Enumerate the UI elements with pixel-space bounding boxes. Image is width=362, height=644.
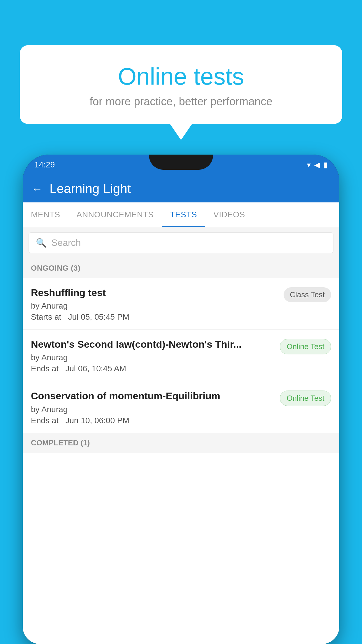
tab-ments[interactable]: MENTS xyxy=(23,202,68,227)
back-button[interactable]: ← xyxy=(31,183,43,194)
bubble-title: Online tests xyxy=(34,63,328,90)
app-title: Learning Light xyxy=(50,181,131,196)
test-item-2[interactable]: Newton's Second law(contd)-Newton's Thir… xyxy=(23,330,339,381)
completed-section-header: COMPLETED (1) xyxy=(23,433,339,453)
test-author-1: by Anurag xyxy=(31,301,278,311)
tabs-bar: MENTS ANNOUNCEMENTS TESTS VIDEOS xyxy=(23,202,339,227)
tab-announcements[interactable]: ANNOUNCEMENTS xyxy=(68,202,162,227)
test-time-3: Ends at Jun 10, 06:00 PM xyxy=(31,416,274,425)
test-time-2: Ends at Jul 06, 10:45 AM xyxy=(31,364,274,373)
tab-tests[interactable]: TESTS xyxy=(162,202,205,227)
battery-icon: ▮ xyxy=(324,160,328,169)
test-author-2: by Anurag xyxy=(31,353,274,362)
status-icons: ▾ ◀ ▮ xyxy=(307,160,328,169)
phone-frame: 14:29 ▾ ◀ ▮ ← Learning Light MENTS ANNOU… xyxy=(23,155,339,644)
app-header: ← Learning Light xyxy=(23,175,339,202)
search-placeholder: Search xyxy=(51,237,81,248)
status-time: 14:29 xyxy=(34,160,55,169)
ongoing-section-header: ONGOING (3) xyxy=(23,258,339,278)
test-badge-2: Online Test xyxy=(280,339,331,354)
test-badge-3: Online Test xyxy=(280,391,331,406)
status-bar: 14:29 ▾ ◀ ▮ xyxy=(23,155,339,175)
test-info-1: Reshuffling test by Anurag Starts at Jul… xyxy=(31,286,278,322)
search-bar: 🔍 Search xyxy=(23,227,339,258)
speech-bubble: Online tests for more practice, better p… xyxy=(20,45,342,124)
test-badge-1: Class Test xyxy=(284,287,331,302)
test-info-2: Newton's Second law(contd)-Newton's Thir… xyxy=(31,338,274,373)
test-list: Reshuffling test by Anurag Starts at Jul… xyxy=(23,278,339,644)
test-name-2: Newton's Second law(contd)-Newton's Thir… xyxy=(31,338,274,351)
bubble-subtitle: for more practice, better performance xyxy=(34,95,328,108)
test-item-3[interactable]: Conservation of momentum-Equilibrium by … xyxy=(23,381,339,433)
test-time-1: Starts at Jul 05, 05:45 PM xyxy=(31,312,278,322)
tab-videos[interactable]: VIDEOS xyxy=(205,202,253,227)
search-input-container[interactable]: 🔍 Search xyxy=(29,232,333,253)
search-icon: 🔍 xyxy=(36,238,47,248)
signal-icon: ◀ xyxy=(314,160,320,169)
test-item-1[interactable]: Reshuffling test by Anurag Starts at Jul… xyxy=(23,278,339,330)
test-info-3: Conservation of momentum-Equilibrium by … xyxy=(31,389,274,425)
wifi-icon: ▾ xyxy=(307,160,311,169)
test-author-3: by Anurag xyxy=(31,405,274,414)
app-screen: ← Learning Light MENTS ANNOUNCEMENTS TES… xyxy=(23,175,339,644)
test-name-1: Reshuffling test xyxy=(31,286,278,299)
test-name-3: Conservation of momentum-Equilibrium xyxy=(31,389,274,402)
